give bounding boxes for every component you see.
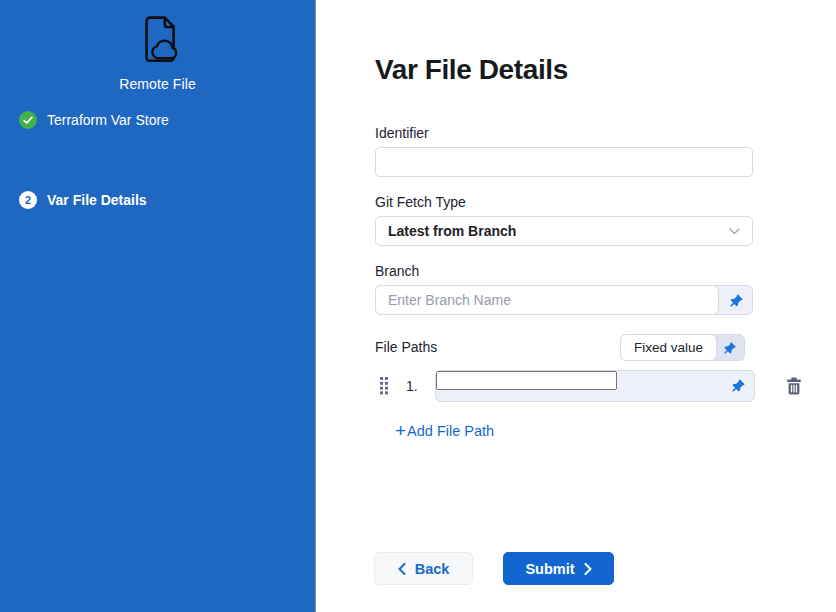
check-icon	[23, 116, 33, 125]
step-completed-badge	[19, 111, 37, 129]
identifier-label: Identifier	[375, 125, 753, 142]
file-paths-header: File Paths Fixed value	[375, 334, 753, 361]
branch-field-group: Branch	[375, 263, 753, 315]
remote-file-cloud-icon	[133, 14, 183, 66]
file-path-input[interactable]	[436, 371, 617, 390]
store-type-label: Remote File	[0, 76, 315, 92]
add-file-path-button[interactable]: + Add File Path	[395, 423, 494, 439]
identifier-input[interactable]	[375, 147, 753, 177]
page-title: Var File Details	[375, 54, 568, 86]
file-paths-runtime-pin-button[interactable]	[716, 335, 744, 360]
branch-runtime-pin-button[interactable]	[720, 286, 752, 314]
chevron-right-icon	[584, 563, 592, 575]
wizard-footer: Back Submit	[374, 552, 614, 585]
git-fetch-type-value: Latest from Branch	[388, 223, 516, 239]
file-path-row: 1.	[375, 369, 836, 402]
add-file-path-label: Add File Path	[407, 423, 494, 439]
file-path-runtime-pin-button[interactable]	[722, 371, 754, 401]
file-path-row-index: 1.	[406, 378, 422, 394]
file-paths-mode-group: Fixed value	[620, 334, 745, 361]
submit-button[interactable]: Submit	[503, 552, 614, 585]
store-type-block: Remote File	[0, 14, 315, 92]
git-fetch-type-label: Git Fetch Type	[375, 194, 753, 211]
pin-icon	[729, 293, 744, 308]
branch-label: Branch	[375, 263, 753, 280]
delete-file-path-button[interactable]	[786, 377, 802, 395]
branch-input[interactable]	[375, 285, 719, 315]
step-number-badge: 2	[19, 191, 37, 209]
file-paths-label: File Paths	[375, 339, 437, 356]
sidebar-step-terraform-var-store[interactable]: Terraform Var Store	[19, 111, 169, 129]
git-fetch-type-field-group: Git Fetch Type Latest from Branch	[375, 194, 753, 246]
fixed-value-button[interactable]: Fixed value	[620, 334, 717, 361]
file-path-input-wrap	[435, 370, 755, 402]
pin-icon	[723, 341, 737, 355]
back-button[interactable]: Back	[374, 552, 473, 585]
var-file-details-panel: Var File Details Identifier Git Fetch Ty…	[317, 0, 836, 612]
drag-handle-icon[interactable]	[380, 377, 389, 394]
git-fetch-type-select[interactable]: Latest from Branch	[375, 216, 753, 246]
chevron-left-icon	[398, 563, 406, 575]
submit-button-label: Submit	[525, 561, 574, 577]
sidebar-step-var-file-details[interactable]: 2 Var File Details	[19, 191, 147, 209]
identifier-field-group: Identifier	[375, 125, 753, 177]
pin-icon	[731, 378, 746, 393]
step-label: Var File Details	[47, 192, 147, 208]
branch-input-wrap	[375, 285, 753, 315]
chevron-down-icon	[729, 228, 740, 235]
trash-icon	[786, 377, 802, 395]
wizard-sidebar: Remote File Terraform Var Store 2 Var Fi…	[0, 0, 316, 612]
step-label: Terraform Var Store	[47, 112, 169, 128]
plus-icon: +	[395, 424, 406, 438]
back-button-label: Back	[415, 561, 450, 577]
